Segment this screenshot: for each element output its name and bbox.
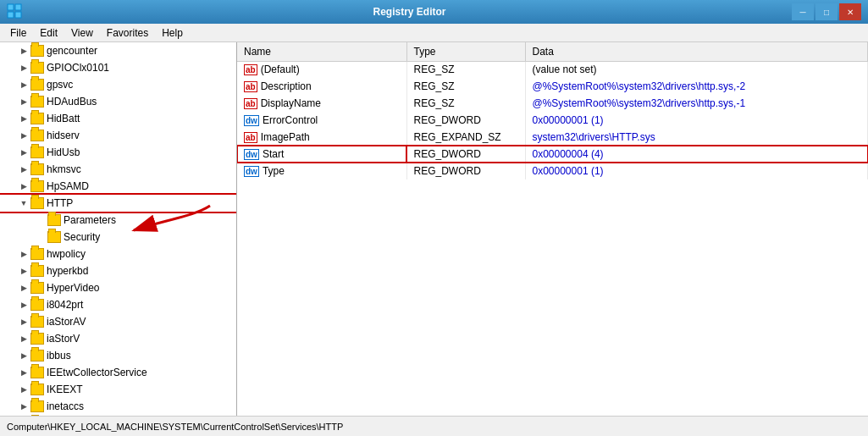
tree-item-i8042prt[interactable]: ▶i8042prt xyxy=(0,296,236,313)
tree-item-HTTP[interactable]: ▼HTTP xyxy=(0,195,236,212)
registry-row-4[interactable]: abImagePathREG_EXPAND_SZsystem32\drivers… xyxy=(237,129,868,146)
tree-item-GPIOClx0101[interactable]: ▶GPIOClx0101 xyxy=(0,59,236,76)
folder-icon-i8042prt xyxy=(30,299,44,311)
tree-expand-IEEtwCollectorService[interactable]: ▶ xyxy=(17,366,30,379)
reg-type-icon-1: ab xyxy=(244,81,257,92)
menu-favorites[interactable]: Favorites xyxy=(100,25,155,41)
tree-item-hwpolicy[interactable]: ▶hwpolicy xyxy=(0,246,236,262)
registry-row-0[interactable]: ab(Default)REG_SZ(value not set) xyxy=(237,61,868,78)
tree-expand-HpSAMD[interactable]: ▶ xyxy=(17,179,30,193)
tree-label-hkmsvc: hkmsvc xyxy=(47,163,81,175)
status-path: Computer\HKEY_LOCAL_MACHINE\SYSTEM\Curre… xyxy=(7,422,343,432)
tree-expand-Security[interactable] xyxy=(34,230,47,244)
values-scroll[interactable]: Name Type Data ab(Default)REG_SZ(value n… xyxy=(237,42,868,416)
tree-item-inetaccs[interactable]: ▶inetaccs xyxy=(0,398,236,415)
maximize-button[interactable]: □ xyxy=(815,3,838,20)
cell-data-2: @%SystemRoot%\system32\drivers\http.sys,… xyxy=(525,95,868,112)
registry-row-1[interactable]: abDescriptionREG_SZ@%SystemRoot%\system3… xyxy=(237,78,868,95)
tree-item-Parameters[interactable]: Parameters xyxy=(0,212,236,229)
registry-row-6[interactable]: dwTypeREG_DWORD0x00000001 (1) xyxy=(237,163,868,179)
registry-row-3[interactable]: dwErrorControlREG_DWORD0x00000001 (1) xyxy=(237,112,868,129)
tree-expand-inetaccs[interactable]: ▶ xyxy=(17,400,30,413)
col-name: Name xyxy=(237,42,406,61)
tree-panel: ▶gencounter▶GPIOClx0101▶gpsvc▶HDAudBus▶H… xyxy=(0,42,237,416)
reg-type-icon-0: ab xyxy=(244,64,257,75)
tree-expand-iaStorV[interactable]: ▶ xyxy=(17,332,30,345)
tree-item-HDAudBus[interactable]: ▶HDAudBus xyxy=(0,93,236,110)
tree-expand-GPIOClx0101[interactable]: ▶ xyxy=(17,61,30,75)
menu-edit[interactable]: Edit xyxy=(33,25,64,41)
tree-item-IKEEXT[interactable]: ▶IKEEXT xyxy=(0,381,236,398)
table-header-row: Name Type Data xyxy=(237,42,868,61)
cell-type-6: REG_DWORD xyxy=(406,163,525,179)
tree-label-Security: Security xyxy=(64,231,100,243)
folder-icon-Security xyxy=(47,231,61,243)
tree-item-hyperkbd[interactable]: ▶hyperkbd xyxy=(0,262,236,279)
folder-icon-hidserv xyxy=(30,130,44,141)
tree-expand-i8042prt[interactable]: ▶ xyxy=(17,298,30,312)
folder-icon-HDAudBus xyxy=(30,96,44,108)
tree-item-iaStorAV[interactable]: ▶iaStorAV xyxy=(0,313,236,330)
tree-item-ibbus[interactable]: ▶ibbus xyxy=(0,347,236,364)
tree-label-hidserv: hidserv xyxy=(47,130,80,141)
cell-name-1: abDescription xyxy=(237,78,406,95)
tree-item-gencounter[interactable]: ▶gencounter xyxy=(0,42,236,59)
tree-expand-hidserv[interactable]: ▶ xyxy=(17,129,30,142)
cell-type-4: REG_EXPAND_SZ xyxy=(406,129,525,146)
tree-label-HDAudBus: HDAudBus xyxy=(47,96,97,108)
tree-expand-ibbus[interactable]: ▶ xyxy=(17,349,30,362)
cell-type-1: REG_SZ xyxy=(406,78,525,95)
folder-icon-inetaccs xyxy=(30,400,44,412)
col-data: Data xyxy=(525,42,868,61)
tree-expand-HDAudBus[interactable]: ▶ xyxy=(17,95,30,108)
tree-item-gpsvc[interactable]: ▶gpsvc xyxy=(0,76,236,93)
tree-expand-iaStorAV[interactable]: ▶ xyxy=(17,315,30,328)
tree-item-IEEtwCollectorService[interactable]: ▶IEEtwCollectorService xyxy=(0,364,236,381)
folder-icon-iaStorAV xyxy=(30,316,44,328)
tree-label-i8042prt: i8042prt xyxy=(47,299,83,311)
folder-icon-hwpolicy xyxy=(30,248,44,260)
svg-rect-0 xyxy=(8,4,14,10)
tree-expand-HidUsb[interactable]: ▶ xyxy=(17,146,30,159)
tree-expand-hyperkbd[interactable]: ▶ xyxy=(17,264,30,278)
tree-expand-IKEEXT[interactable]: ▶ xyxy=(17,383,30,396)
tree-item-hidserv[interactable]: ▶hidserv xyxy=(0,127,236,144)
tree-expand-HTTP[interactable]: ▼ xyxy=(17,196,30,210)
tree-label-iaStorAV: iaStorAV xyxy=(47,316,86,328)
tree-label-hwpolicy: hwpolicy xyxy=(47,248,86,260)
main-content: ▶gencounter▶GPIOClx0101▶gpsvc▶HDAudBus▶H… xyxy=(0,42,868,416)
close-button[interactable]: ✕ xyxy=(839,3,861,20)
tree-expand-gpsvc[interactable]: ▶ xyxy=(17,78,30,91)
cell-type-5: REG_DWORD xyxy=(406,146,525,163)
tree-label-HTTP: HTTP xyxy=(47,197,73,209)
menu-view[interactable]: View xyxy=(64,25,100,41)
tree-item-HidUsb[interactable]: ▶HidUsb xyxy=(0,144,236,161)
cell-name-4: abImagePath xyxy=(237,129,406,146)
minimize-button[interactable]: ─ xyxy=(792,3,814,20)
values-panel: Name Type Data ab(Default)REG_SZ(value n… xyxy=(237,42,868,416)
app-icon xyxy=(7,3,22,21)
tree-expand-HidBatt[interactable]: ▶ xyxy=(17,112,30,125)
tree-expand-hkmsvc[interactable]: ▶ xyxy=(17,163,30,176)
tree-expand-hwpolicy[interactable]: ▶ xyxy=(17,247,30,261)
registry-row-5[interactable]: dwStartREG_DWORD0x00000004 (4) xyxy=(237,146,868,163)
tree-item-hkmsvc[interactable]: ▶hkmsvc xyxy=(0,161,236,178)
tree-expand-gencounter[interactable]: ▶ xyxy=(17,44,30,58)
tree-label-ibbus: ibbus xyxy=(47,350,71,361)
menu-help[interactable]: Help xyxy=(155,25,190,41)
tree-expand-HyperVideo[interactable]: ▶ xyxy=(17,281,30,295)
menu-file[interactable]: File xyxy=(3,25,33,41)
registry-row-2[interactable]: abDisplayNameREG_SZ@%SystemRoot%\system3… xyxy=(237,95,868,112)
tree-item-iaStorV[interactable]: ▶iaStorV xyxy=(0,330,236,347)
window-title: Registry Editor xyxy=(27,6,792,18)
tree-expand-Parameters[interactable] xyxy=(34,213,47,227)
cell-data-0: (value not set) xyxy=(525,61,868,78)
tree-item-Security[interactable]: Security xyxy=(0,229,236,246)
folder-icon-HyperVideo xyxy=(30,282,44,294)
tree-item-HpSAMD[interactable]: ▶HpSAMD xyxy=(0,178,236,195)
cell-data-6: 0x00000001 (1) xyxy=(525,163,868,179)
tree-item-HyperVideo[interactable]: ▶HyperVideo xyxy=(0,279,236,296)
tree-item-HidBatt[interactable]: ▶HidBatt xyxy=(0,110,236,127)
tree-scroll[interactable]: ▶gencounter▶GPIOClx0101▶gpsvc▶HDAudBus▶H… xyxy=(0,42,236,416)
tree-item-InetInfo[interactable]: ▶InetInfo xyxy=(0,415,236,416)
